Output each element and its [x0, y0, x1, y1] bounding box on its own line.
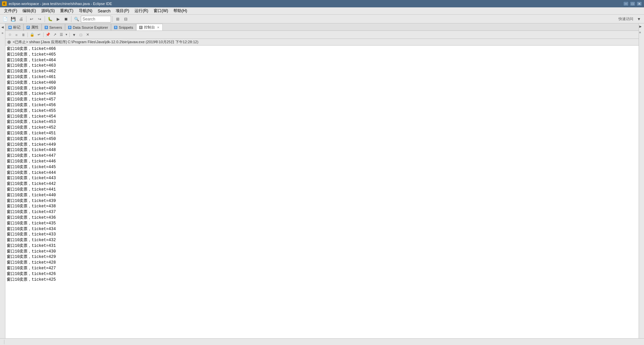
console-line: 窗口10卖票，ticket=465 — [7, 52, 637, 58]
toolbar-sep-1 — [26, 16, 26, 22]
tab-datasource[interactable]: D Data Source Explorer — [65, 24, 111, 30]
console-line: 窗口10卖票，ticket=464 — [7, 58, 637, 63]
tab-bar: M 标记 P 属性 S Servers D Data Source Explor… — [5, 23, 639, 31]
console-toolbar: ⊗ ■ ⏸ 🔒 ↵ 📌 ↗ ☰ ▼ ▼ □ ✕ — [5, 31, 639, 39]
console-minimize-btn[interactable]: ▼ — [71, 32, 77, 38]
right-sidebar-btn-1[interactable]: ▶ — [639, 25, 644, 29]
toolbar-stop-btn[interactable]: ⏹ — [62, 15, 70, 23]
console-line: 窗口10卖票，ticket=466 — [7, 46, 637, 52]
toolbar-undo-btn[interactable]: ↩ — [28, 15, 35, 23]
console-line: 窗口10卖票，ticket=453 — [7, 119, 637, 125]
toolbar-new-btn[interactable]: 📄 — [1, 15, 9, 23]
datasource-icon: D — [68, 26, 71, 29]
menu-run[interactable]: 运行(R) — [132, 7, 151, 14]
close-button[interactable]: ✕ — [637, 1, 642, 6]
menu-navigate[interactable]: 导航(N) — [76, 7, 95, 14]
console-line: 窗口10卖票，ticket=440 — [7, 193, 637, 198]
properties-icon: P — [26, 26, 30, 29]
toolbar-redo-btn[interactable]: ↪ — [36, 15, 43, 23]
console-maximize-btn[interactable]: □ — [78, 32, 84, 38]
menu-search[interactable]: Search — [95, 7, 113, 14]
console-menu-btn[interactable]: ☰ — [58, 32, 64, 38]
toolbar-sep-3 — [71, 16, 71, 22]
console-pin-btn[interactable]: 📌 — [45, 32, 51, 38]
tab-bookmarks-label: 标记 — [13, 25, 20, 30]
console-open-btn[interactable]: ↗ — [52, 32, 58, 38]
menu-edit[interactable]: 编辑(E) — [20, 7, 39, 14]
console-line: 窗口10卖票，ticket=459 — [7, 86, 637, 91]
toolbar-sep-4 — [112, 16, 113, 22]
console-line: 窗口10卖票，ticket=446 — [7, 159, 637, 164]
console-output[interactable]: 窗口10卖票，ticket=466窗口10卖票，ticket=465窗口10卖票… — [5, 46, 639, 338]
right-sidebar: ▶ ≡ — [639, 23, 644, 338]
menu-source[interactable]: 源码(S) — [39, 7, 57, 14]
console-dropdown-btn[interactable]: ▼ — [65, 32, 68, 38]
console-line: 窗口10卖票，ticket=444 — [7, 170, 637, 176]
left-sidebar-toggle[interactable]: ◀ — [0, 25, 5, 29]
maximize-button[interactable]: □ — [630, 1, 635, 6]
title-bar: E eclipse-workspace - java test/src/nine… — [0, 0, 644, 7]
console-line: 窗口10卖票，ticket=450 — [7, 136, 637, 142]
search-input[interactable] — [83, 17, 109, 21]
toolbar-save-btn[interactable]: 💾 — [9, 15, 17, 23]
toolbar-debug-btn[interactable]: 🐛 — [46, 15, 54, 23]
console-scroll-lock-btn[interactable]: 🔒 — [29, 32, 35, 38]
toolbar-sep-2 — [45, 16, 45, 22]
menu-bar: 文件(F) 编辑(E) 源码(S) 重构(T) 导航(N) Search 项目(… — [0, 7, 644, 15]
tab-servers[interactable]: S Servers — [42, 24, 65, 30]
tab-servers-label: Servers — [49, 25, 62, 29]
console-close-view-btn[interactable]: ✕ — [85, 32, 91, 38]
toolbar-perspective-btn[interactable]: ⊞ — [114, 15, 121, 23]
tab-bookmarks[interactable]: M 标记 — [5, 24, 23, 30]
console-line: 窗口10卖票，ticket=435 — [7, 221, 637, 226]
console-line: 窗口10卖票，ticket=436 — [7, 215, 637, 221]
tab-properties-label: 属性 — [31, 25, 39, 30]
console-line: 窗口10卖票，ticket=463 — [7, 63, 637, 69]
console-clear-btn[interactable]: ⊗ — [7, 32, 13, 38]
console-word-wrap-btn[interactable]: ↵ — [36, 32, 42, 38]
console-line: 窗口10卖票，ticket=457 — [7, 97, 637, 102]
right-sidebar-btn-2[interactable]: ≡ — [639, 31, 644, 36]
menu-refactor[interactable]: 重构(T) — [57, 7, 76, 14]
console-line: 窗口10卖票，ticket=443 — [7, 176, 637, 181]
console-line: 窗口10卖票，ticket=451 — [7, 131, 637, 136]
tab-console[interactable]: C 控制台 ✕ — [136, 24, 163, 30]
toolbar-run-btn[interactable]: ▶ — [54, 15, 62, 23]
quick-access-btn[interactable]: ▼ — [635, 15, 643, 23]
console-line: 窗口10卖票，ticket=452 — [7, 125, 637, 131]
console-line: 窗口10卖票，ticket=461 — [7, 74, 637, 80]
toolbar-search-btn[interactable]: 🔍 — [73, 15, 80, 23]
console-line: 窗口10卖票，ticket=437 — [7, 209, 637, 215]
console-sep-1 — [28, 32, 28, 37]
menu-project[interactable]: 项目(P) — [113, 7, 132, 14]
console-line: 窗口10卖票，ticket=442 — [7, 181, 637, 187]
console-line: 窗口10卖票，ticket=454 — [7, 114, 637, 120]
console-sep-3 — [69, 32, 70, 37]
toolbar-print-btn[interactable]: 🖨 — [17, 15, 25, 23]
console-stop-btn[interactable]: ■ — [13, 32, 19, 38]
minimize-button[interactable]: ─ — [623, 1, 629, 6]
tab-console-close[interactable]: ✕ — [157, 26, 160, 29]
quick-access-label: 快速访问 — [619, 16, 633, 21]
left-sidebar-explore[interactable]: ≡ — [0, 31, 5, 36]
console-line: 窗口10卖票，ticket=458 — [7, 91, 637, 97]
tab-snippets[interactable]: S Snippets — [111, 24, 136, 30]
menu-window[interactable]: 窗口(W) — [151, 7, 171, 14]
console-line: 窗口10卖票，ticket=431 — [7, 243, 637, 249]
toolbar: 📄 💾 🖨 ↩ ↪ 🐛 ▶ ⏹ 🔍 ⊞ ⊟ 快速访问 ▼ — [0, 15, 644, 23]
console-line: 窗口10卖票，ticket=439 — [7, 198, 637, 204]
console-line: 窗口10卖票，ticket=455 — [7, 108, 637, 114]
console-line: 窗口10卖票，ticket=428 — [7, 260, 637, 266]
tab-properties[interactable]: P 属性 — [23, 24, 42, 30]
menu-file[interactable]: 文件(F) — [1, 7, 20, 14]
console-line: 窗口10卖票，ticket=427 — [7, 266, 637, 271]
menu-help[interactable]: 帮助(H) — [171, 7, 190, 14]
toolbar-views-btn[interactable]: ⊟ — [122, 15, 129, 23]
console-status-icon — [7, 41, 11, 44]
console-line: 窗口10卖票，ticket=433 — [7, 232, 637, 237]
console-pause-btn[interactable]: ⏸ — [20, 32, 26, 38]
window-title: eclipse-workspace - java test/src/nine/s… — [9, 2, 112, 6]
left-sidebar: ◀ ≡ — [0, 23, 5, 338]
toolbar-search-box[interactable] — [81, 16, 111, 22]
console-icon: C — [139, 26, 143, 29]
